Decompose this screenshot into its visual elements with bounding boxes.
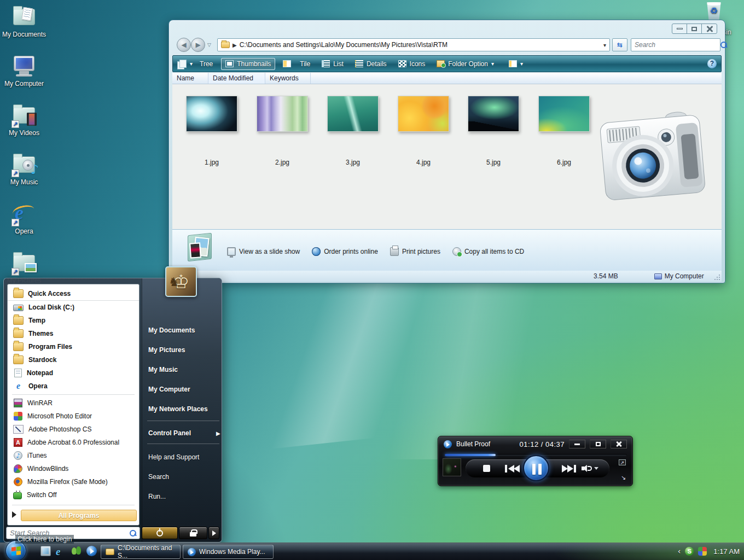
menu-item-itunes[interactable]: ♪iTunes — [8, 449, 139, 462]
file-thumbnail[interactable] — [327, 96, 379, 132]
volume-dropdown-icon[interactable] — [594, 467, 598, 470]
stardock-tray-icon[interactable]: S — [685, 547, 694, 556]
address-field[interactable]: ▶ C:\Documents and Settings\Lalo\My Docu… — [217, 38, 610, 51]
volume-button[interactable] — [582, 465, 589, 472]
desktop-icon-my-computer[interactable]: My Computer — [0, 52, 48, 88]
messenger-icon[interactable] — [71, 546, 82, 556]
copy-pages-icon[interactable] — [177, 60, 186, 68]
start-menu-my-music[interactable]: My Music — [148, 366, 219, 374]
menu-item-stardock[interactable]: Stardock — [8, 353, 139, 366]
file-name[interactable]: 3.jpg — [327, 159, 379, 166]
view-icons-button[interactable]: Icons — [394, 59, 429, 69]
view-details-button[interactable]: Details — [351, 59, 391, 69]
media-close-button[interactable] — [611, 440, 627, 448]
taskbar-clock[interactable]: 1:17 AM — [713, 547, 740, 556]
tree-button[interactable]: Tree — [200, 60, 213, 68]
view-thumbnails-button[interactable]: Thumbnails — [221, 58, 275, 70]
minimize-button[interactable] — [672, 24, 687, 33]
media-maximize-button[interactable] — [590, 440, 606, 448]
menu-item-windowblinds[interactable]: WindowBlinds — [8, 462, 139, 475]
column-header-date-modified[interactable]: Date Modified — [208, 73, 265, 84]
task-order-prints[interactable]: Order prints online — [312, 247, 378, 256]
next-button[interactable] — [557, 464, 582, 474]
menu-item-photo-editor[interactable]: Microsoft Photo Editor — [8, 410, 139, 423]
help-button[interactable]: ? — [707, 59, 717, 68]
desktop-icon-my-music[interactable]: ♪↗ My Music — [0, 151, 48, 186]
desktop-icon-opera[interactable]: e↗ Opera — [0, 200, 48, 235]
view-list-button[interactable]: List — [318, 59, 347, 69]
album-art — [443, 458, 461, 476]
search-input[interactable] — [635, 41, 720, 49]
all-programs-button[interactable]: All Programs — [21, 510, 137, 521]
task-print-pictures[interactable]: Print pictures — [390, 247, 440, 256]
view-tile-button[interactable]: Tile — [279, 59, 314, 69]
preview-pane-button[interactable]: ▾ — [505, 59, 527, 69]
desktop-icon-my-videos[interactable]: ↗ My Videos — [0, 102, 48, 137]
back-button[interactable]: ◀ — [177, 38, 191, 52]
start-menu-my-documents[interactable]: My Documents — [148, 326, 219, 334]
tray-chevron-icon[interactable]: ‹ — [678, 547, 681, 556]
folder-option-button[interactable]: Folder Option ▾ — [433, 59, 498, 69]
shutdown-options-button[interactable] — [208, 527, 219, 539]
user-avatar[interactable]: ♞♔ — [165, 266, 197, 297]
file-thumbnail[interactable] — [257, 96, 308, 132]
menu-item-switch-off[interactable]: Switch Off — [8, 488, 139, 501]
acrobat-icon: A — [14, 438, 22, 447]
menu-item-notepad[interactable]: Notepad — [8, 366, 139, 380]
start-menu-control-panel[interactable]: Control Panel — [148, 429, 219, 437]
search-icon[interactable] — [720, 42, 727, 48]
media-player-quicklaunch-icon[interactable] — [86, 546, 97, 556]
taskbar-button-explorer[interactable]: C:\Documents and S... — [101, 545, 181, 559]
forward-button[interactable]: ▶ — [191, 38, 205, 52]
file-thumbnail[interactable] — [538, 96, 590, 132]
start-menu-help[interactable]: Help and Support — [148, 453, 219, 461]
menu-item-program-files[interactable]: Program Files — [8, 340, 139, 353]
resize-grip[interactable] — [714, 274, 720, 281]
stop-button[interactable] — [483, 465, 490, 472]
status-location: My Computer — [665, 272, 704, 280]
menu-item-photoshop[interactable]: Adobe Photoshop CS — [8, 423, 139, 436]
taskbar-button-media-player[interactable]: Windows Media Play... — [183, 545, 274, 559]
menu-item-temp[interactable]: Temp — [8, 314, 139, 327]
task-copy-to-cd[interactable]: Copy all items to CD — [452, 247, 524, 256]
close-button[interactable] — [702, 24, 717, 33]
windowblinds-tray-icon[interactable] — [698, 547, 707, 556]
menu-item-local-disk[interactable]: Local Disk (C:) — [8, 301, 139, 314]
power-button[interactable] — [142, 527, 178, 539]
column-header-name[interactable]: Name — [172, 73, 208, 84]
column-header-keywords[interactable]: Keywords — [265, 73, 311, 84]
start-menu-search[interactable]: Search — [148, 473, 219, 481]
start-menu-my-computer[interactable]: My Computer — [148, 386, 219, 393]
file-name[interactable]: 2.jpg — [257, 159, 308, 166]
maximize-button[interactable] — [687, 24, 702, 33]
refresh-button[interactable]: ⇆ — [612, 38, 627, 51]
history-dropdown-icon[interactable]: ▽ — [207, 42, 211, 48]
file-thumbnail[interactable] — [186, 96, 237, 132]
pause-button[interactable] — [523, 455, 549, 481]
start-menu-run[interactable]: Run... — [148, 493, 219, 500]
desktop-icon-my-documents[interactable]: My Documents — [0, 3, 48, 38]
pages-dropdown-icon[interactable]: ▾ — [190, 61, 193, 67]
switch-to-full-mode-icon[interactable]: ↗ — [619, 459, 626, 465]
search-icon[interactable] — [130, 530, 136, 536]
file-thumbnail[interactable] — [468, 96, 519, 132]
start-menu-my-pictures[interactable]: My Pictures — [148, 346, 219, 354]
file-thumbnail[interactable] — [398, 96, 449, 132]
menu-item-winrar[interactable]: WinRAR — [8, 396, 139, 410]
menu-item-firefox[interactable]: Mozilla Firefox (Safe Mode) — [8, 475, 139, 488]
lock-button[interactable] — [179, 527, 207, 539]
file-name[interactable]: 6.jpg — [538, 159, 590, 166]
media-minimize-button[interactable] — [569, 440, 585, 448]
file-name[interactable]: 1.jpg — [186, 159, 237, 166]
menu-item-acrobat[interactable]: AAdobe Acrobat 6.0 Professional — [8, 436, 139, 449]
resize-corner-icon[interactable]: ↗ — [620, 475, 627, 480]
file-name[interactable]: 5.jpg — [468, 159, 519, 166]
internet-explorer-icon[interactable]: e — [56, 546, 66, 556]
show-desktop-icon[interactable] — [40, 546, 51, 556]
address-dropdown-icon[interactable]: ▾ — [603, 42, 606, 48]
menu-item-opera[interactable]: eOpera — [8, 380, 139, 393]
menu-item-themes[interactable]: Themes — [8, 327, 139, 340]
task-view-slideshow[interactable]: View as a slide show — [227, 247, 300, 256]
file-name[interactable]: 4.jpg — [398, 159, 449, 166]
start-menu-my-network-places[interactable]: My Network Places — [148, 405, 219, 413]
